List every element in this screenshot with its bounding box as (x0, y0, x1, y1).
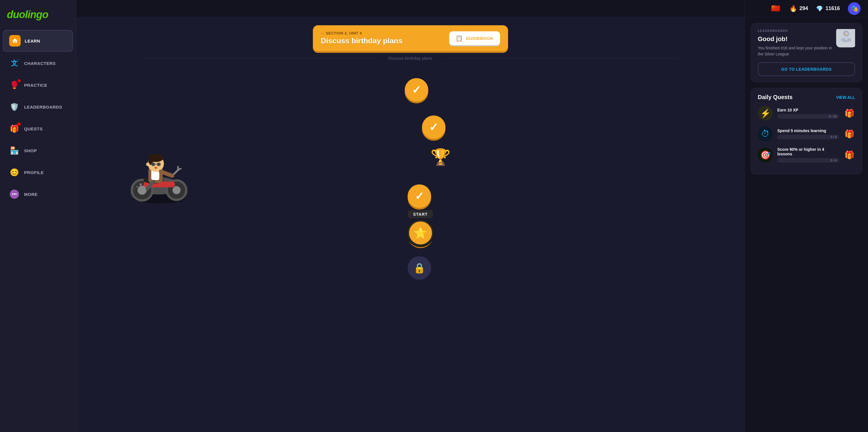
quest-time-icon: ⏱ (758, 126, 773, 141)
sidebar-characters-label: CHARACTERS (24, 61, 56, 66)
section-info: ← SECTION 2, UNIT 4 Discuss birthday pla… (321, 31, 403, 46)
quest-item-score: 🎯 Score 90% or higher in 4 lessons 0 / 4… (758, 147, 855, 163)
lesson-node-4[interactable]: ✓ (408, 184, 431, 208)
sidebar-item-practice[interactable]: 🥊 PRACTICE (3, 75, 73, 95)
svg-point-22 (146, 163, 150, 166)
guidebook-icon: 📋 (456, 35, 463, 42)
right-panel: 🇨🇳 🔥 294 💎 11616 🎭 ✏️ (745, 0, 868, 432)
svg-point-15 (148, 158, 153, 165)
node-circle-4: ✓ (408, 184, 431, 208)
svg-line-24 (147, 181, 154, 189)
flag-emoji: 🇨🇳 (771, 4, 780, 13)
practice-icon: 🥊 (9, 79, 20, 91)
quest-time-name: Spend 5 minutes learning (777, 128, 839, 133)
node-circle-2: ✓ (422, 115, 445, 139)
sidebar-item-leaderboards[interactable]: 🛡️ LEADERBOARDS (3, 96, 73, 117)
sidebar-item-quests[interactable]: 🎁 QUESTS (3, 118, 73, 139)
quest-time-reward: 🎁 (844, 128, 855, 140)
quest-time-progress-text: 0 / 5 (831, 135, 837, 139)
svg-rect-6 (144, 181, 175, 187)
sidebar-learn-label: LEARN (25, 38, 40, 44)
svg-point-16 (152, 163, 154, 166)
daily-quests-card: Daily Quests VIEW ALL ⚡ Earn 10 XP 0 / 1… (751, 88, 862, 174)
check-icon-1: ✓ (412, 84, 421, 96)
svg-point-2 (132, 180, 152, 201)
quest-xp-icon: ⚡ (758, 106, 773, 121)
svg-point-13 (148, 156, 164, 172)
quests-header: Daily Quests VIEW ALL (758, 94, 855, 100)
quest-time-progress-bar: 0 / 5 (777, 135, 839, 139)
svg-rect-18 (152, 163, 155, 166)
quest-xp-progress-bar: 0 / 10 (777, 114, 839, 119)
content-area: ← SECTION 2, UNIT 4 Discuss birthday pla… (76, 0, 745, 432)
svg-point-14 (148, 154, 163, 162)
avatar-icon: 🎭 (850, 5, 858, 12)
sidebar-item-profile[interactable]: 😊 PROFILE (3, 162, 73, 183)
node-circle-locked: 🔒 (408, 256, 431, 280)
league-badge: ✏️ (836, 29, 855, 48)
sidebar-item-more[interactable]: ••• MORE (3, 184, 73, 204)
gems-count: 11616 (826, 5, 840, 11)
quest-score-info: Score 90% or higher in 4 lessons 0 / 4 (777, 147, 839, 163)
flag-icon: 🇨🇳 (770, 3, 781, 15)
unit-divider-label: Discuss birthday plans (389, 56, 432, 61)
node-circle-1: ✓ (405, 78, 428, 102)
more-icon: ••• (9, 189, 20, 200)
svg-point-0 (133, 194, 185, 203)
streak-fire-icon: 🔥 (789, 5, 797, 12)
shop-icon: 🏪 (9, 145, 20, 156)
svg-point-25 (140, 183, 142, 185)
svg-point-4 (167, 180, 186, 200)
sidebar-quests-label: QUESTS (24, 126, 43, 131)
lesson-map: ✓ ✓ 🏆 ✓ START ⭐ 🔒 (76, 61, 745, 432)
lesson-node-star[interactable]: START ⭐ (408, 210, 433, 246)
quest-time-info: Spend 5 minutes learning 0 / 5 (777, 128, 839, 139)
xp-bolt-icon: ⚡ (760, 108, 771, 118)
sidebar: duolingo LEARN 文 ↔ CHARACTERS 🥊 PRACTICE… (0, 0, 76, 432)
leaderboards-card: ✏️ LEADERBOARDS Good job! You finished #… (751, 23, 862, 82)
quest-time-reward-icon: 🎁 (844, 129, 855, 139)
sidebar-item-learn[interactable]: LEARN (3, 30, 73, 52)
lesson-node-locked[interactable]: 🔒 (408, 256, 431, 280)
quest-xp-reward-icon: 🎁 (844, 109, 855, 118)
character-illustration (116, 124, 203, 204)
check-icon-2: ✓ (429, 121, 438, 134)
svg-point-26 (136, 186, 138, 188)
quest-item-time: ⏱ Spend 5 minutes learning 0 / 5 🎁 (758, 126, 855, 141)
svg-point-21 (154, 167, 157, 169)
go-leaderboards-button[interactable]: GO TO LEADERBOARDS (758, 62, 855, 76)
treasure-node[interactable]: 🏆 (428, 144, 454, 170)
time-clock-icon: ⏱ (761, 129, 770, 139)
sidebar-item-characters[interactable]: 文 ↔ CHARACTERS (3, 53, 73, 74)
quest-score-reward-icon: 🎁 (844, 150, 855, 160)
lock-icon: 🔒 (413, 262, 425, 274)
leaderboard-card-inner: ✏️ LEADERBOARDS Good job! You finished #… (758, 29, 855, 62)
check-icon-4: ✓ (415, 190, 424, 202)
profile-icon: 😊 (9, 167, 20, 178)
svg-rect-19 (157, 163, 160, 166)
quest-xp-reward: 🎁 (844, 108, 855, 119)
right-topbar: 🇨🇳 🔥 294 💎 11616 🎭 (745, 0, 868, 17)
unit-divider: Discuss birthday plans (76, 56, 745, 61)
svg-point-3 (137, 185, 147, 195)
star-icon: ⭐ (414, 227, 427, 239)
quest-score-progress-text: 0 / 4 (831, 159, 837, 162)
svg-text:✏️: ✏️ (845, 32, 848, 35)
lesson-node-2[interactable]: ✓ (422, 115, 445, 139)
app-logo: duolingo (0, 6, 76, 29)
quest-xp-progress-text: 0 / 10 (829, 115, 837, 118)
treasure-chest-icon: 🏆 (428, 144, 454, 170)
guidebook-button[interactable]: 📋 GUIDEBOOK (449, 31, 500, 45)
home-icon (9, 35, 21, 47)
section-back-label[interactable]: ← SECTION 2, UNIT 4 (321, 31, 403, 35)
lesson-node-1[interactable]: ✓ (405, 78, 428, 102)
flag-item[interactable]: 🇨🇳 (770, 3, 781, 15)
sidebar-profile-label: PROFILE (24, 170, 44, 175)
avatar[interactable]: 🎭 (848, 2, 861, 15)
sidebar-item-shop[interactable]: 🏪 SHOP (3, 140, 73, 161)
quest-item-xp: ⚡ Earn 10 XP 0 / 10 🎁 (758, 106, 855, 121)
view-all-link[interactable]: VIEW ALL (836, 95, 855, 100)
node-circle-star: ⭐ (408, 220, 433, 246)
sidebar-practice-label: PRACTICE (24, 83, 48, 88)
quest-xp-name: Earn 10 XP (777, 108, 839, 112)
